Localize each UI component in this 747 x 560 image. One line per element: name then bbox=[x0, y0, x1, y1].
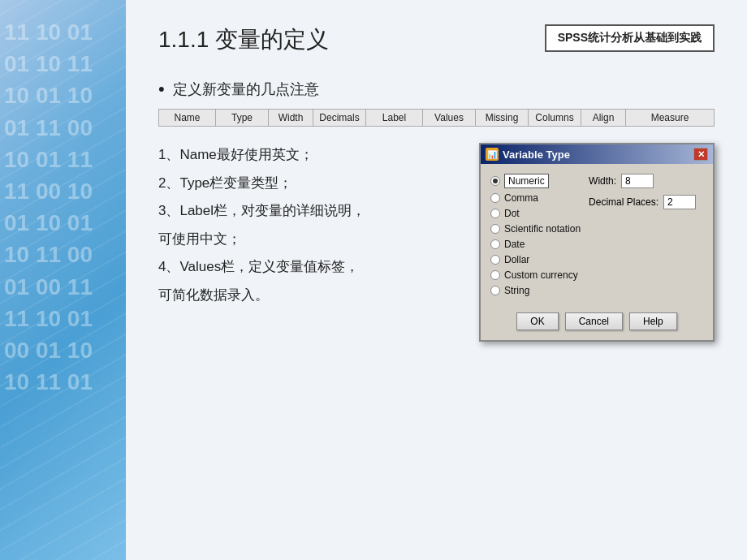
content-row: 1、Name最好使用英文； 2、Type栏变量类型； 3、Label栏，对变量的… bbox=[158, 143, 715, 342]
radio-dollar[interactable]: Dollar bbox=[490, 254, 581, 265]
spss-table-header: Name Type Width Decimals Label Values Mi… bbox=[158, 109, 715, 127]
background-numbers: 11 10 01 01 10 11 10 01 10 01 11 00 10 0… bbox=[4, 16, 93, 398]
radio-circle-comma bbox=[490, 193, 500, 203]
radio-custom[interactable]: Custom currency bbox=[490, 269, 581, 281]
main-content: 1.1.1 变量的定义 SPSS统计分析从基础到实践 • 定义新变量的几点注意 … bbox=[126, 0, 747, 560]
background-left: 11 10 01 01 10 11 10 01 10 01 11 00 10 0… bbox=[0, 0, 126, 560]
col-decimals: Decimals bbox=[313, 110, 366, 126]
text-line-3: 3、Label栏，对变量的详细说明， bbox=[158, 199, 455, 224]
dialog-titlebar: 📊 Variable Type ✕ bbox=[481, 144, 713, 164]
radio-circle-dollar bbox=[490, 255, 500, 265]
brand-box: SPSS统计分析从基础到实践 bbox=[545, 24, 715, 52]
width-label: Width: bbox=[589, 175, 616, 187]
radio-circle-string bbox=[490, 286, 500, 295]
dialog-close-button[interactable]: ✕ bbox=[693, 148, 708, 161]
dialog-body: Numeric Comma Dot Scientific notation bbox=[481, 164, 713, 306]
col-measure: Measure bbox=[626, 110, 714, 126]
radio-circle-scientific bbox=[490, 224, 500, 234]
col-label: Label bbox=[366, 110, 423, 126]
col-align: Align bbox=[581, 110, 626, 126]
col-values: Values bbox=[423, 110, 476, 126]
radio-label-numeric: Numeric bbox=[504, 174, 549, 188]
cancel-button[interactable]: Cancel bbox=[565, 312, 623, 330]
ok-button[interactable]: OK bbox=[516, 312, 558, 330]
text-line-1: 1、Name最好使用英文； bbox=[158, 143, 455, 168]
dialog-titlebar-left: 📊 Variable Type bbox=[486, 148, 570, 161]
page-title: 1.1.1 变量的定义 bbox=[158, 24, 329, 55]
width-field-row: Width: bbox=[589, 174, 696, 188]
radio-label-string: String bbox=[504, 285, 529, 296]
text-line-5: 4、Values栏，定义变量值标签， bbox=[158, 255, 455, 280]
radio-label-custom: Custom currency bbox=[504, 269, 578, 281]
dialog-footer: OK Cancel Help bbox=[481, 306, 713, 340]
bullet-section: • 定义新变量的几点注意 bbox=[158, 80, 715, 99]
radio-dot[interactable]: Dot bbox=[490, 208, 581, 219]
title-row: 1.1.1 变量的定义 SPSS统计分析从基础到实践 bbox=[158, 24, 715, 55]
radio-string[interactable]: String bbox=[490, 285, 581, 296]
decimal-label: Decimal Places: bbox=[589, 196, 658, 208]
radio-circle-date bbox=[490, 239, 500, 249]
radio-numeric[interactable]: Numeric bbox=[490, 174, 581, 188]
decimal-field-row: Decimal Places: bbox=[589, 195, 696, 209]
variable-type-dialog: 📊 Variable Type ✕ Numeric Comma bbox=[479, 143, 715, 342]
radio-circle-custom bbox=[490, 270, 500, 280]
col-width: Width bbox=[269, 110, 313, 126]
bullet-item: • 定义新变量的几点注意 bbox=[158, 80, 715, 99]
bullet-dot: • bbox=[158, 80, 165, 98]
radio-label-scientific: Scientific notation bbox=[504, 223, 581, 235]
width-input[interactable] bbox=[621, 174, 654, 188]
decimal-input[interactable] bbox=[663, 195, 696, 209]
text-line-4: 可使用中文； bbox=[158, 227, 455, 252]
col-missing: Missing bbox=[476, 110, 529, 126]
col-name: Name bbox=[159, 110, 216, 126]
radio-comma[interactable]: Comma bbox=[490, 192, 581, 204]
radio-circle-numeric bbox=[490, 176, 500, 186]
text-line-6: 可简化数据录入。 bbox=[158, 283, 455, 308]
col-type: Type bbox=[216, 110, 269, 126]
radio-label-dollar: Dollar bbox=[504, 254, 529, 265]
radio-label-date: Date bbox=[504, 239, 525, 250]
radio-date[interactable]: Date bbox=[490, 239, 581, 250]
radio-list: Numeric Comma Dot Scientific notation bbox=[490, 174, 581, 296]
dialog-app-icon: 📊 bbox=[486, 148, 499, 161]
radio-label-dot: Dot bbox=[504, 208, 520, 219]
help-button[interactable]: Help bbox=[629, 312, 677, 330]
radio-scientific[interactable]: Scientific notation bbox=[490, 223, 581, 235]
col-columns: Columns bbox=[529, 110, 581, 126]
radio-circle-dot bbox=[490, 209, 500, 218]
text-line-2: 2、Type栏变量类型； bbox=[158, 171, 455, 196]
bullet-text: 定义新变量的几点注意 bbox=[173, 80, 319, 99]
radio-label-comma: Comma bbox=[504, 192, 538, 204]
dialog-right-panel: Width: Decimal Places: bbox=[589, 174, 696, 296]
dialog-title: Variable Type bbox=[503, 149, 570, 161]
text-content: 1、Name最好使用英文； 2、Type栏变量类型； 3、Label栏，对变量的… bbox=[158, 143, 455, 312]
